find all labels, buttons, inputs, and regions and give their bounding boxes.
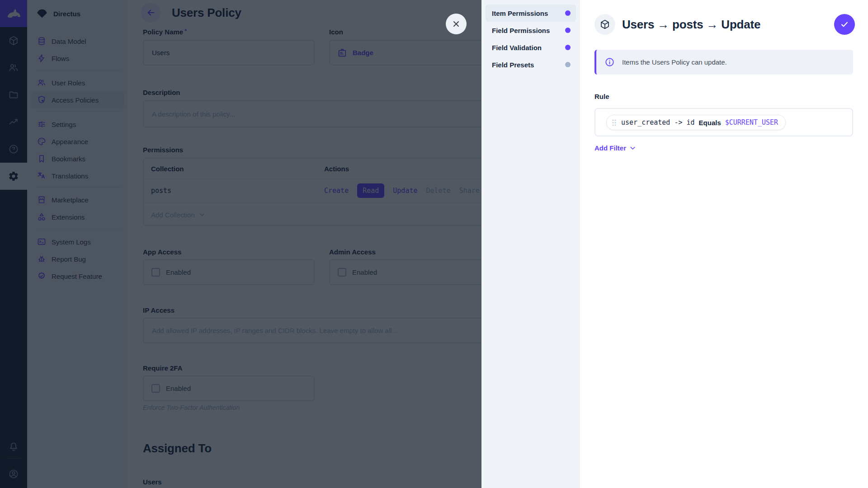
drawer-overlay[interactable] (0, 0, 481, 488)
status-dot-configured (565, 10, 571, 16)
close-icon (452, 19, 461, 28)
drawer-title: Users → posts → Update (622, 18, 760, 32)
drag-handle-icon[interactable] (611, 118, 617, 127)
add-filter-button[interactable]: Add Filter (594, 144, 637, 152)
notice-text: Items the Users Policy can update. (622, 58, 727, 66)
chevron-down-icon (629, 144, 637, 152)
status-dot-configured (565, 45, 571, 50)
filter-rule-pill[interactable]: user_created -> id Equals $CURRENT_USER (606, 115, 786, 130)
drawer-tab-field-presets[interactable]: Field Presets (486, 56, 576, 73)
rule-editor: user_created -> id Equals $CURRENT_USER (594, 108, 853, 136)
permission-detail-drawer: Users → posts → Update Items the Users P… (580, 0, 868, 488)
save-button[interactable] (834, 14, 855, 35)
drawer-tab-field-validation[interactable]: Field Validation (486, 39, 576, 56)
filter-value[interactable]: $CURRENT_USER (725, 118, 778, 127)
filter-operator[interactable]: Equals (699, 119, 721, 127)
drawer-sidebar: Item Permissions Field Permissions Field… (481, 0, 580, 488)
directus-app: Directus Data Model Flows User Roles Acc… (0, 0, 868, 488)
status-dot-configured (565, 28, 571, 33)
drawer-header-icon-circle (594, 14, 615, 35)
check-icon (840, 19, 849, 29)
rule-label: Rule (594, 93, 609, 100)
drawer-tab-field-permissions[interactable]: Field Permissions (486, 22, 576, 39)
drawer-tab-item-permissions[interactable]: Item Permissions (486, 5, 576, 22)
status-dot-empty (565, 62, 571, 67)
filter-field[interactable]: user_created -> id (621, 118, 695, 127)
drawer-close-button[interactable] (446, 14, 467, 34)
info-notice: Items the Users Policy can update. (594, 50, 853, 75)
cube-icon (599, 19, 610, 30)
info-icon (604, 57, 615, 67)
